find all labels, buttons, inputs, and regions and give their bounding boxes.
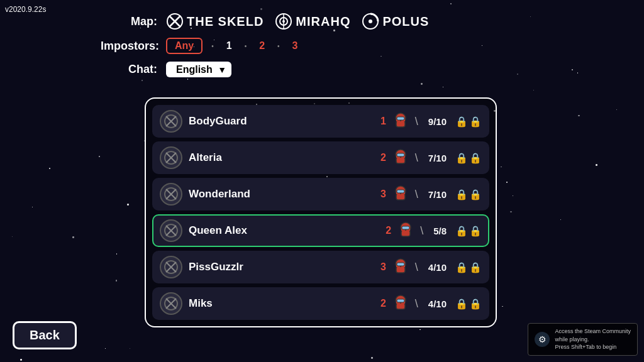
alteria-impostors: 2 bbox=[380, 152, 386, 163]
queen-alex-crew-figure bbox=[399, 221, 413, 240]
map-mira-hq[interactable]: MIRAHQ bbox=[275, 13, 350, 30]
server-row-wonderland[interactable]: Wonderland3 \7/10 🔒 🔒 bbox=[152, 178, 489, 211]
svg-rect-56 bbox=[397, 299, 404, 302]
alteria-players: 7/10 bbox=[428, 153, 447, 163]
alteria-crew-figure bbox=[394, 148, 408, 167]
server-row-bodyguard[interactable]: BodyGuard1 \9/10 🔒 🔒 bbox=[152, 105, 489, 138]
map-label: Map: bbox=[101, 15, 157, 28]
crewmate-icon bbox=[394, 148, 408, 165]
lock1-icon: 🔒 bbox=[455, 116, 468, 128]
version-text: v2020.9.22s bbox=[5, 5, 46, 14]
server-symbol-icon bbox=[164, 296, 179, 311]
map-the-skeld[interactable]: THE SKELD bbox=[166, 13, 264, 30]
server-symbol-icon bbox=[164, 223, 179, 238]
dot-1: • bbox=[211, 43, 214, 50]
pissguzzlr-icon bbox=[160, 256, 182, 278]
miks-trail: \ bbox=[415, 297, 418, 310]
back-button[interactable]: Back bbox=[13, 321, 77, 349]
svg-rect-13 bbox=[396, 121, 405, 127]
svg-rect-29 bbox=[396, 194, 405, 200]
chat-select[interactable]: English Other bbox=[166, 62, 231, 77]
polus-label: POLUS bbox=[382, 14, 429, 29]
server-symbol-icon bbox=[164, 187, 179, 202]
chat-dropdown-wrapper: English Other ▼ bbox=[166, 62, 231, 77]
svg-rect-21 bbox=[396, 157, 405, 163]
server-list: BodyGuard1 \9/10 🔒 🔒 Alteria2 \7/10 🔒 🔒 bbox=[145, 97, 497, 327]
wonderland-trail: \ bbox=[415, 188, 418, 201]
chat-filter-row: Chat: English Other ▼ bbox=[101, 62, 429, 77]
mira-icon bbox=[275, 13, 292, 30]
lock1-icon: 🔒 bbox=[455, 189, 468, 200]
queen-alex-icon bbox=[160, 219, 182, 242]
lock1-icon: 🔒 bbox=[455, 298, 468, 310]
server-symbol-icon bbox=[164, 114, 179, 129]
impostor-1-btn[interactable]: 1 bbox=[223, 39, 236, 53]
alteria-trail: \ bbox=[415, 151, 418, 165]
svg-rect-37 bbox=[401, 230, 410, 236]
dot-3: • bbox=[277, 43, 280, 50]
wonderland-icon bbox=[160, 183, 182, 206]
polus-icon bbox=[362, 13, 379, 30]
server-symbol-icon bbox=[164, 260, 179, 275]
svg-rect-24 bbox=[397, 153, 404, 156]
impostor-3-btn[interactable]: 3 bbox=[289, 39, 302, 53]
svg-point-8 bbox=[369, 19, 372, 23]
bodyguard-crew-figure bbox=[394, 112, 408, 131]
server-symbol-icon bbox=[164, 150, 179, 165]
impostor-any-btn[interactable]: Any bbox=[166, 38, 203, 54]
crewmate-icon bbox=[394, 112, 408, 128]
skeld-label: THE SKELD bbox=[187, 14, 264, 29]
bodyguard-impostors: 1 bbox=[380, 116, 386, 127]
queen-alex-trail: \ bbox=[420, 224, 423, 238]
queen-alex-name: Queen Alex bbox=[189, 224, 379, 237]
map-polus[interactable]: POLUS bbox=[362, 13, 429, 30]
bodyguard-locks: 🔒 🔒 bbox=[455, 116, 482, 128]
svg-rect-48 bbox=[397, 263, 404, 266]
crewmate-icon bbox=[394, 294, 408, 310]
pissguzzlr-name: PissGuzzlr bbox=[189, 261, 374, 273]
bodyguard-players: 9/10 bbox=[428, 116, 447, 127]
queen-alex-players: 5/8 bbox=[433, 226, 447, 236]
svg-rect-40 bbox=[402, 226, 409, 229]
queen-alex-impostors: 2 bbox=[386, 225, 391, 236]
bodyguard-trail: \ bbox=[415, 115, 418, 128]
lock1-icon: 🔒 bbox=[455, 261, 468, 273]
miks-impostors: 2 bbox=[380, 298, 386, 309]
bodyguard-name: BodyGuard bbox=[189, 115, 374, 128]
miks-players: 4/10 bbox=[428, 299, 447, 309]
steam-notice: ⚙ Access the Steam Community while playi… bbox=[528, 323, 638, 356]
svg-rect-16 bbox=[397, 117, 404, 120]
mira-label: MIRAHQ bbox=[296, 14, 350, 29]
lock1-icon: 🔒 bbox=[455, 225, 468, 237]
map-filter-row: Map: THE SKELD MIRAHQ bbox=[101, 13, 429, 30]
steam-text: Access the Steam Community while playing… bbox=[555, 327, 631, 351]
server-row-alteria[interactable]: Alteria2 \7/10 🔒 🔒 bbox=[152, 141, 489, 174]
server-row-pissguzzlr[interactable]: PissGuzzlr3 \4/10 🔒 🔒 bbox=[152, 251, 489, 283]
lock2-icon: 🔒 bbox=[469, 152, 482, 164]
alteria-icon bbox=[160, 146, 182, 169]
crewmate-icon bbox=[394, 185, 408, 201]
dot-2: • bbox=[245, 43, 247, 50]
pissguzzlr-players: 4/10 bbox=[428, 262, 447, 273]
server-row-queen-alex[interactable]: Queen Alex2 \5/8 🔒 🔒 bbox=[152, 214, 489, 247]
crewmate-icon bbox=[399, 221, 413, 238]
crewmate-icon bbox=[394, 258, 408, 274]
lock2-icon: 🔒 bbox=[469, 298, 482, 310]
pissguzzlr-impostors: 3 bbox=[380, 261, 386, 273]
steam-icon: ⚙ bbox=[535, 332, 550, 347]
lock2-icon: 🔒 bbox=[469, 189, 482, 200]
pissguzzlr-locks: 🔒 🔒 bbox=[455, 261, 482, 273]
lock1-icon: 🔒 bbox=[455, 152, 468, 164]
svg-rect-53 bbox=[396, 303, 405, 309]
server-row-miks[interactable]: Miks2 \4/10 🔒 🔒 bbox=[152, 287, 489, 320]
wonderland-crew-figure bbox=[394, 185, 408, 204]
map-options: THE SKELD MIRAHQ POLUS bbox=[166, 13, 429, 30]
lock2-icon: 🔒 bbox=[469, 261, 482, 273]
miks-crew-figure bbox=[394, 294, 408, 313]
wonderland-locks: 🔒 🔒 bbox=[455, 189, 482, 200]
impostor-2-btn[interactable]: 2 bbox=[255, 39, 269, 53]
alteria-locks: 🔒 🔒 bbox=[455, 152, 482, 164]
lock2-icon: 🔒 bbox=[469, 116, 482, 128]
wonderland-impostors: 3 bbox=[380, 189, 386, 200]
impostor-options: Any • 1 • 2 • 3 bbox=[166, 38, 302, 54]
